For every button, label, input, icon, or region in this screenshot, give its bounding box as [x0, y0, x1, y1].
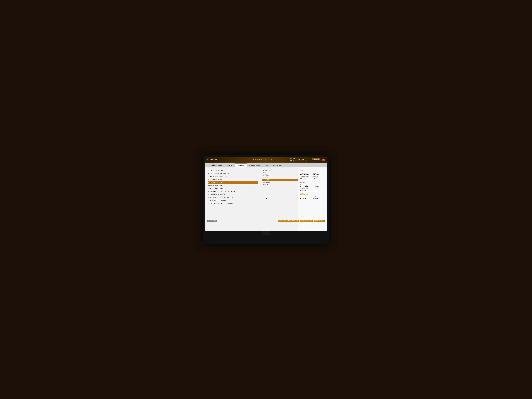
qflash-button[interactable]: Q-Flash (F8) — [314, 220, 325, 222]
menu-item-audio-controller[interactable]: Audio Controller — [208, 178, 258, 181]
cpu-freq-label: Frequency — [300, 173, 313, 174]
menu-item-nvme[interactable]: NVMe Configuration — [208, 199, 258, 202]
mode-title: ADVANCED MODE — [253, 159, 279, 161]
tab-favorites[interactable]: Favorites (F11) — [206, 163, 224, 167]
menu-item-pcie-bifurcation[interactable]: PCIE Bifurcation Support — [208, 172, 258, 175]
volt-12v-label: +12V — [313, 196, 325, 197]
cpu-temp-label: Temperature — [300, 176, 313, 177]
tab-systeminfo[interactable]: System Info. — [247, 163, 262, 167]
header-bar: GIGABYTE ADVANCED MODE 12/21/2021 Tuesda… — [205, 157, 327, 163]
esc-back-button[interactable]: « esc Back — [207, 220, 217, 222]
volt-12v-value: 12.168 V — [313, 197, 325, 199]
menu-item-usb[interactable]: USB Configuration — [208, 193, 258, 196]
val-disabled-2[interactable]: Disabled — [262, 181, 297, 184]
cpu-bclk-label: BCLK — [313, 173, 325, 174]
val-auto[interactable]: Auto — [262, 171, 297, 174]
menu-item-network-stack[interactable]: Network Stack Configuration — [208, 196, 258, 199]
vision-label: VISION — [312, 158, 320, 160]
tab-saveexit[interactable]: Save & Exit — [271, 163, 285, 167]
mem-size-label: Size — [313, 184, 325, 186]
mem-chvolt-value: 1.224 V — [300, 189, 325, 191]
val-enabled-3[interactable]: Enabled — [262, 184, 297, 186]
val-enabled-selected[interactable]: Enabled — [262, 179, 298, 181]
cpu-volt-label: Voltage — [313, 176, 325, 177]
menu-item-internal-graphics[interactable]: Internal Graphics — [208, 169, 258, 172]
cpu-section-title: CPU — [300, 170, 325, 172]
mem-size-value: 32768MB — [313, 186, 325, 187]
memory-section-title: Memory — [300, 181, 325, 184]
tab-tweaker[interactable]: Tweaker — [224, 163, 235, 167]
menu-item-thunderbolt[interactable]: Thunderbolt(TM) Configuration — [208, 190, 258, 193]
val-enabled-2[interactable]: Enabled — [262, 176, 297, 179]
bottom-buttons-container: Help (F1) Easy Mode (F2) Smart Fan 6 (F6… — [278, 220, 325, 222]
easy-mode-button[interactable]: Easy Mode (F2) — [287, 220, 299, 222]
cpu-temp-value: 50.0 °C — [300, 177, 313, 179]
mem-freq-label: Frequency — [300, 184, 313, 186]
vision-sub: BROADEN YOUR HORIZONS — [306, 160, 320, 162]
smart-fan-button[interactable]: Smart Fan 6 (F6) — [300, 220, 313, 222]
help-button[interactable]: Help (F1) — [278, 220, 287, 222]
menu-item-resize-bar[interactable]: Re-Size BAR Support — [208, 184, 258, 187]
brand-label: GIGABYTE — [207, 159, 217, 161]
tab-boot[interactable]: Boot — [262, 163, 270, 167]
cpu-volt-value: 1.299 V — [313, 177, 325, 179]
cpu-bclk-value: 100.00MHz — [313, 174, 325, 176]
menu-item-ioapic[interactable]: IOAPIC 24-119 Entries — [208, 187, 258, 190]
menu-item-sata-rst[interactable]: SATA And RST Configuration — [208, 202, 258, 205]
cpu-freq-value: 4800.92MHz — [300, 174, 313, 176]
nav-tabs: Favorites (F11) Tweaker Settings System … — [205, 163, 327, 167]
tab-settings[interactable]: Settings — [235, 163, 247, 167]
voltage-section-title: Voltage — [300, 193, 325, 195]
menu-item-above4g[interactable]: Above 4G Decoding — [208, 181, 258, 184]
date-label: 12/21/2021 — [288, 158, 296, 160]
val-disabled[interactable]: Disabled — [262, 169, 297, 171]
datetime-display: 12/21/2021 Tuesday — [288, 158, 296, 161]
day-label: Tuesday — [288, 160, 296, 161]
mem-chvolt-label: Ch A/B Volt — [300, 188, 325, 189]
volt-5v-value: 5.145 V — [300, 197, 313, 199]
fps-counter: 60 — [322, 159, 325, 161]
clock-display: 23:16 — [297, 158, 304, 161]
volt-5v-label: +5V — [300, 196, 313, 197]
mem-freq-value: 2133.33MHz — [300, 186, 313, 187]
val-enabled-1[interactable]: Enabled — [262, 174, 297, 176]
menu-item-onboard-lan[interactable]: OnBoard LAN Controller — [208, 175, 258, 178]
